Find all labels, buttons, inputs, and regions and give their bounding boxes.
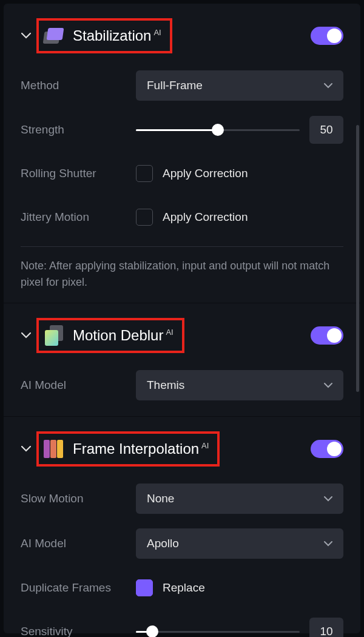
stabilization-highlight: StabilizationAI (36, 18, 172, 53)
chevron-down-icon (324, 380, 332, 391)
strength-value[interactable]: 50 (309, 116, 343, 144)
strength-slider[interactable] (136, 123, 300, 137)
interp-model-row: AI Model Apollo (21, 528, 343, 559)
checkbox-icon (136, 209, 153, 226)
method-select[interactable]: Full-Frame (136, 70, 343, 101)
rolling-shutter-row: Rolling Shutter Apply Correction (21, 159, 343, 188)
method-label: Method (21, 79, 136, 92)
jittery-motion-label: Jittery Motion (21, 211, 136, 224)
motion-deblur-icon (44, 325, 64, 346)
deblur-model-select[interactable]: Themis (136, 370, 343, 400)
interp-model-label: AI Model (21, 537, 136, 550)
stabilization-title: StabilizationAI (73, 27, 161, 44)
sensitivity-row: Sensitivity 10 (21, 617, 343, 637)
jittery-motion-row: Jittery Motion Apply Correction (21, 203, 343, 232)
frame-interpolation-header: Frame InterpolationAI (21, 431, 343, 467)
motion-deblur-highlight: Motion DeblurAI (36, 318, 184, 353)
chevron-down-icon (324, 538, 332, 549)
chevron-down-icon (324, 493, 332, 504)
interp-model-select[interactable]: Apollo (136, 528, 343, 559)
chevron-down-icon[interactable] (21, 30, 32, 41)
checkbox-icon (136, 165, 153, 182)
motion-deblur-section: Motion DeblurAI AI Model Themis (4, 303, 360, 417)
slow-motion-row: Slow Motion None (21, 484, 343, 514)
settings-panel: StabilizationAI Method Full-Frame Streng… (4, 4, 360, 633)
frame-interpolation-icon (44, 439, 64, 459)
jittery-motion-checkbox[interactable]: Apply Correction (136, 209, 248, 226)
method-row: Method Full-Frame (21, 70, 343, 101)
stabilization-section: StabilizationAI Method Full-Frame Streng… (4, 4, 360, 303)
slow-motion-label: Slow Motion (21, 492, 136, 505)
frame-interpolation-title: Frame InterpolationAI (73, 440, 209, 457)
stabilization-toggle[interactable] (311, 27, 343, 45)
divider (21, 246, 343, 247)
chevron-down-icon[interactable] (21, 443, 32, 454)
deblur-model-row: AI Model Themis (21, 370, 343, 400)
duplicate-frames-checkbox[interactable]: Replace (136, 579, 205, 596)
stabilization-note: Note: After applying stabilization, inpu… (21, 258, 343, 291)
sensitivity-value[interactable]: 10 (309, 618, 343, 637)
frame-interpolation-section: Frame InterpolationAI Slow Motion None A… (4, 417, 360, 637)
rolling-shutter-checkbox[interactable]: Apply Correction (136, 165, 248, 182)
motion-deblur-title: Motion DeblurAI (73, 327, 174, 344)
scrollbar[interactable] (356, 125, 359, 392)
frame-interpolation-highlight: Frame InterpolationAI (36, 431, 220, 467)
motion-deblur-toggle[interactable] (311, 326, 343, 345)
slow-motion-select[interactable]: None (136, 484, 343, 514)
rolling-shutter-label: Rolling Shutter (21, 167, 136, 180)
strength-row: Strength 50 (21, 115, 343, 144)
stabilization-icon (44, 25, 64, 46)
stabilization-header: StabilizationAI (21, 18, 343, 53)
checkbox-checked-icon (136, 579, 153, 596)
strength-label: Strength (21, 123, 136, 136)
chevron-down-icon[interactable] (21, 330, 32, 341)
deblur-model-label: AI Model (21, 379, 136, 392)
chevron-down-icon (324, 80, 332, 91)
duplicate-frames-label: Duplicate Frames (21, 581, 136, 595)
sensitivity-label: Sensitivity (21, 625, 136, 637)
frame-interpolation-toggle[interactable] (311, 440, 343, 458)
sensitivity-slider[interactable] (136, 624, 300, 637)
motion-deblur-header: Motion DeblurAI (21, 318, 343, 353)
duplicate-frames-row: Duplicate Frames Replace (21, 573, 343, 602)
